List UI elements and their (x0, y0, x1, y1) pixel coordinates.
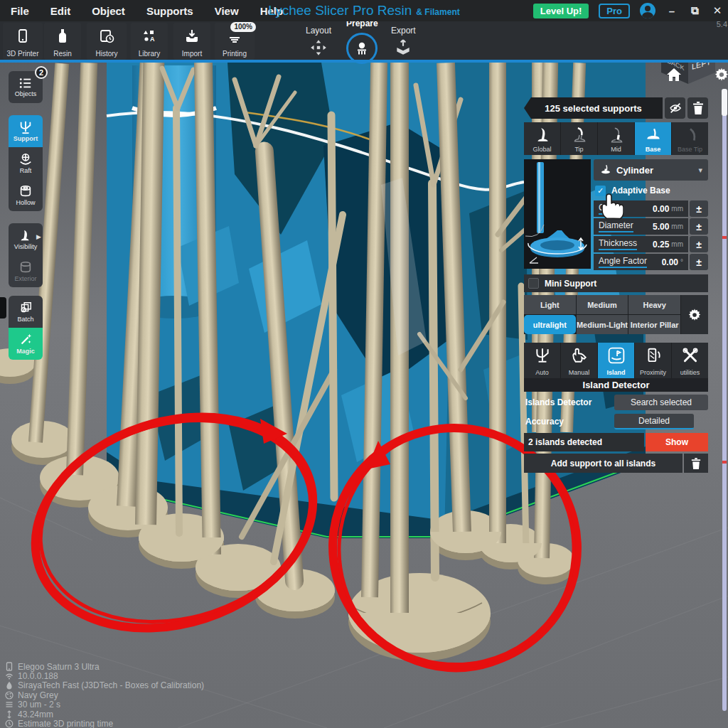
scrollbar-marker (722, 461, 727, 464)
sidebar-item-exterior[interactable]: Exterior (9, 255, 43, 287)
tab-base-tip[interactable]: Base Tip (672, 122, 708, 155)
sidebar-item-objects[interactable]: 2 Objects (9, 71, 43, 103)
mini-support-checkbox[interactable] (528, 278, 539, 289)
trash-icon (691, 458, 701, 469)
library-icon: A (141, 28, 158, 45)
sidebar-item-magic[interactable]: Magic (9, 328, 43, 360)
sidebar-item-batch[interactable]: Batch (9, 296, 43, 328)
support-part-tabs: Global Tip Mid Base Base Tip (524, 122, 708, 155)
support-mid-icon (607, 126, 626, 144)
density-ultralight[interactable]: ultralight (524, 315, 576, 334)
sidebar-item-raft[interactable]: Raft (9, 147, 43, 179)
search-selected-button[interactable]: Search selected (614, 395, 708, 410)
tab-island[interactable]: Island (598, 343, 634, 378)
home-view-button[interactable] (665, 67, 682, 85)
diameter-field: Diameter5.00mm ± (594, 218, 708, 235)
status-print-time[interactable]: Estimate 3D printing time (5, 719, 204, 728)
tab-proximity[interactable]: Proximity (635, 343, 671, 378)
utilities-wrench-icon (682, 347, 699, 364)
tab-utilities[interactable]: utilities (672, 343, 708, 378)
island-icon (608, 347, 625, 364)
tab-tip[interactable]: Tip (561, 122, 597, 155)
menu-file[interactable]: File (0, 5, 40, 17)
library-button[interactable]: A Library (131, 23, 168, 60)
density-medium[interactable]: Medium (577, 295, 628, 314)
titlebar: File Edit Object Supports View Help Lych… (0, 0, 728, 21)
auto-support-icon (534, 347, 551, 364)
fullscreen-button[interactable]: ⧉ (688, 4, 701, 17)
add-support-all-islands-button[interactable]: Add support to all islands (524, 454, 682, 473)
status-layer: 30 um - 2 s (5, 700, 204, 710)
sidebar-item-hollow[interactable]: Hollow (9, 179, 43, 211)
proximity-icon (645, 347, 662, 364)
tab-auto[interactable]: Auto (524, 343, 560, 378)
menu-object[interactable]: Object (81, 5, 136, 17)
angle-factor-stepper[interactable]: ± (690, 254, 708, 270)
tab-global[interactable]: Global (524, 122, 560, 155)
density-heavy[interactable]: Heavy (628, 295, 680, 314)
density-settings-button[interactable] (681, 295, 708, 334)
tab-manual[interactable]: Manual (561, 343, 597, 378)
sidebar-item-support[interactable]: Support (9, 115, 43, 147)
density-light[interactable]: Light (524, 295, 576, 314)
thickness-field: Thickness0.25mm ± (594, 236, 708, 252)
eye-off-icon (668, 102, 682, 114)
history-icon (98, 28, 115, 45)
import-button[interactable]: Import (173, 23, 210, 60)
sidebar-item-visibility[interactable]: ▶ Visibility (9, 223, 43, 255)
support-tip-icon (570, 126, 589, 144)
tab-export[interactable]: Export (391, 26, 416, 57)
tab-base[interactable]: Base (635, 122, 671, 155)
gear-icon (687, 308, 702, 322)
tab-mid[interactable]: Mid (598, 122, 634, 155)
resin-button[interactable]: Resin (44, 23, 81, 60)
viewport-settings-button[interactable] (714, 67, 728, 85)
pro-button[interactable]: Pro (599, 4, 630, 18)
support-base-icon (644, 126, 663, 144)
support-settings-panel: 125 selected supports Global Tip Mid (524, 97, 708, 473)
scrollbar-marker (722, 236, 727, 239)
user-avatar[interactable] (640, 3, 655, 18)
manual-hand-icon (571, 347, 588, 364)
menu-view[interactable]: View (204, 5, 250, 17)
height-icon (5, 710, 14, 719)
density-interior-pillar[interactable]: Interior Pillar (628, 315, 680, 334)
delete-supports-button[interactable] (687, 97, 708, 119)
mini-support-row: Mini Support (524, 274, 708, 292)
delete-islands-button[interactable] (684, 454, 708, 473)
minimize-button[interactable]: – (665, 5, 678, 17)
tab-prepare[interactable]: Prepare (346, 18, 378, 64)
close-button[interactable]: ✕ (711, 4, 724, 17)
menu-supports[interactable]: Supports (136, 5, 204, 17)
printing-button[interactable]: 100% Printing (215, 23, 255, 60)
accuracy-detailed-button[interactable]: Detailed (614, 414, 694, 429)
hollow-cylinder-icon (18, 184, 33, 198)
menu-help[interactable]: Help (250, 5, 294, 17)
panel-scrollbar[interactable] (722, 89, 727, 711)
show-islands-button[interactable]: Show (646, 433, 708, 451)
hide-supports-button[interactable] (665, 97, 685, 119)
angle-factor-field: Angle Factor0.00° ± (594, 254, 708, 270)
cone-stepper[interactable]: ± (690, 200, 708, 217)
base-shape-select[interactable]: Cylinder ▾ (594, 159, 708, 181)
menu-edit[interactable]: Edit (40, 5, 81, 17)
density-medium-light[interactable]: Medium-Light (577, 315, 628, 334)
scrollbar-thumb[interactable] (722, 89, 727, 116)
printer-button[interactable]: 3D Printer (3, 23, 43, 60)
thickness-stepper[interactable]: ± (690, 236, 708, 252)
support-tool-tabs: Auto Manual Island Proximity utilities (524, 343, 708, 378)
import-icon (183, 28, 200, 45)
printer-icon (14, 28, 31, 45)
magic-wand-icon (18, 333, 33, 347)
tab-layout[interactable]: Layout (306, 26, 331, 57)
collapsed-panel-handle[interactable] (0, 297, 6, 318)
left-sidebar: 2 Objects Support Raft Hollow ▶ Visibili… (9, 71, 43, 360)
history-button[interactable]: History (87, 23, 127, 60)
status-height: 43.24mm (5, 710, 204, 719)
adaptive-base-row: ✓ Adaptive Base (594, 182, 708, 199)
level-up-button[interactable]: Level Up! (533, 4, 589, 18)
print-status-summary: Elegoo Saturn 3 Ultra 10.0.0.188 SirayaT… (5, 662, 204, 728)
trash-icon (692, 102, 704, 114)
diameter-stepper[interactable]: ± (690, 218, 708, 235)
visibility-icon (18, 228, 33, 242)
